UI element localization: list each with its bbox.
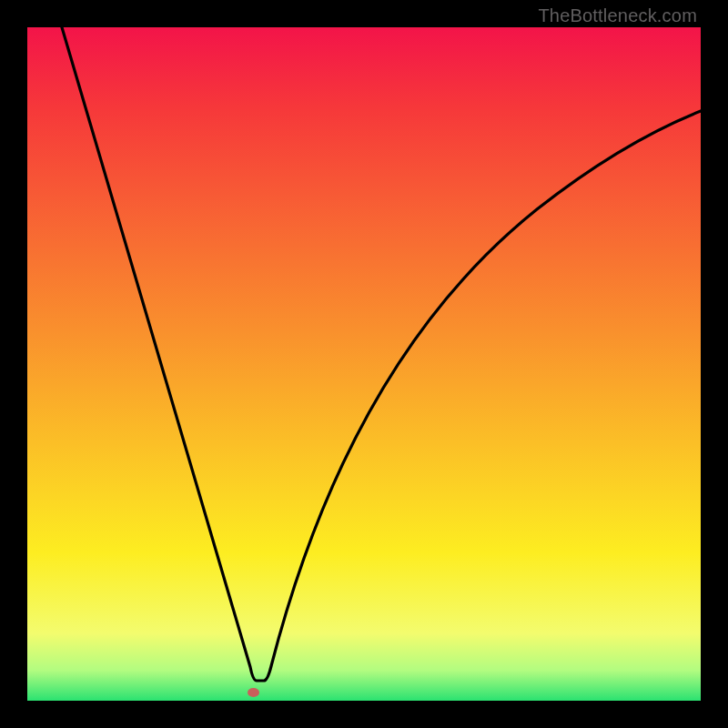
chart-background-gradient: [27, 27, 701, 701]
optimal-point-marker: [248, 688, 259, 697]
gradient-rect: [27, 27, 701, 701]
chart-frame: [27, 27, 701, 701]
watermark-text: TheBottleneck.com: [538, 5, 697, 26]
